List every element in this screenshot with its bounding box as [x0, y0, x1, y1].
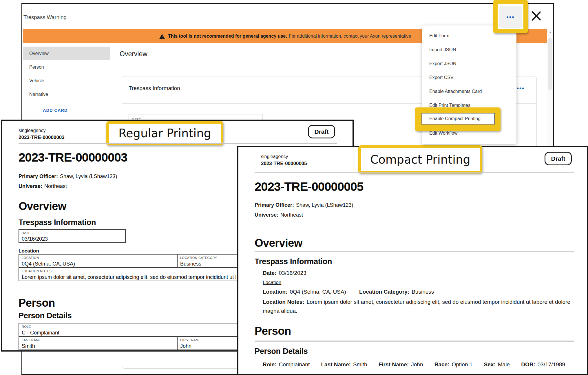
dob-pair: DOB:03/17/1989 — [521, 361, 565, 367]
location-field: LOCATION 0Q4 (Selma, CA, USA) — [19, 254, 178, 268]
section-rule — [255, 341, 574, 342]
primary-officer-label: Primary Officer: — [19, 173, 58, 179]
screenshot-canvas: Trespass Warning This tool is not recomm… — [0, 0, 588, 375]
dialog-title: Trespass Warning — [23, 14, 67, 21]
universe-row: Universe:Northeast — [255, 212, 303, 218]
close-icon[interactable] — [532, 11, 541, 21]
universe-value: Northeast — [280, 212, 303, 218]
overview-section-heading: Overview — [255, 237, 302, 248]
person-details-heading: Person Details — [255, 347, 308, 355]
role-field-label: ROLE — [22, 325, 31, 328]
compact-printing-callout: Compact Printing — [358, 145, 482, 173]
warning-icon — [159, 34, 165, 39]
header-divider — [19, 143, 337, 144]
last-name-field: LAST NAME Smith — [19, 336, 178, 350]
primary-officer-label: Primary Officer: — [255, 202, 294, 208]
agency-name: singleagency — [19, 128, 45, 133]
sidebar-item-narrative[interactable]: Narrative — [23, 87, 110, 101]
location-category-value: Business — [180, 261, 201, 267]
regular-printing-callout: Regular Printing — [106, 121, 223, 145]
location-notes-label: Location Notes: — [263, 299, 304, 305]
location-notes-value: Lorem ipsum dolor sit amet, consectetur … — [263, 299, 570, 314]
regular-printing-callout-label: Regular Printing — [109, 124, 221, 143]
location-field-value: 0Q4 (Selma, CA, USA) — [22, 261, 75, 267]
report-heading: 2023-TRE-00000003 — [19, 151, 127, 164]
more-options-button[interactable]: ••• — [499, 6, 522, 28]
person-details-heading: Person Details — [19, 312, 72, 320]
menu-item-import-json[interactable]: Import JSON — [422, 43, 516, 57]
person-details-row: Role:Complainant Last Name:Smith First N… — [263, 361, 575, 368]
menu-item-export-csv[interactable]: Export CSV — [422, 71, 516, 85]
scrollbar-thumb[interactable] — [548, 38, 552, 90]
case-number: 2023-TRE-00000003 — [19, 135, 65, 140]
last-name-value: Smith — [22, 343, 35, 349]
sex-pair: Sex:Male — [484, 361, 510, 367]
more-button-highlight: ••• — [493, 0, 528, 33]
status-badge: Draft — [545, 152, 572, 165]
page-title: Overview — [120, 50, 147, 58]
last-name-label: LAST NAME — [22, 338, 41, 342]
primary-officer-row: Primary Officer:Shaw, Lyvia (LShaw123) — [19, 173, 117, 180]
sidebar-item-overview[interactable]: Overview — [23, 47, 110, 60]
overview-section-heading: Overview — [19, 201, 66, 212]
menu-item-enable-attachments-card[interactable]: Enable Attachments Card — [422, 85, 516, 98]
primary-officer-row: Primary Officer:Shaw, Lyvia (LShaw123) — [255, 202, 353, 208]
card-title: Trespass Information — [129, 85, 180, 92]
scrollbar-up-icon[interactable]: ▲ — [547, 30, 553, 34]
person-section-heading: Person — [19, 297, 55, 308]
banner-text: For additional information, contact your… — [289, 34, 411, 39]
date-field-value: 03/16/2023 — [22, 236, 48, 242]
primary-officer-value: Shaw, Lyvia (LShaw123) — [296, 202, 353, 208]
location-value: 0Q4 (Selma, CA, USA) — [290, 289, 346, 295]
trespass-info-heading: Trespass Information — [19, 219, 96, 226]
location-category-label: Location Category: — [359, 289, 409, 295]
date-row: Date:03/16/2023 — [263, 270, 306, 276]
sidebar-item-person[interactable]: Person — [23, 60, 110, 74]
location-group-label: Location — [19, 248, 39, 254]
card-more-icon[interactable]: ••• — [517, 85, 525, 92]
universe-label: Universe: — [19, 183, 42, 189]
status-badge: Draft — [308, 125, 335, 138]
location-category-label: LOCATION CATEGORY — [180, 256, 217, 259]
first-name-label: FIRST NAME — [180, 338, 201, 342]
menu-item-export-json[interactable]: Export JSON — [422, 57, 516, 71]
date-field: DATE 03/16/2023 — [19, 229, 126, 243]
enable-compact-printing-highlight: Enable Compact Printing — [415, 107, 501, 131]
banner-bold-text: This tool is not recommended for general… — [168, 34, 287, 39]
location-category-value: Business — [412, 289, 434, 295]
person-section-heading: Person — [255, 325, 291, 336]
report-heading: 2023-TRE-00000005 — [255, 181, 363, 193]
role-pair: Role:Complainant — [263, 361, 310, 367]
first-name-value: John — [180, 343, 191, 349]
more-icon: ••• — [506, 14, 514, 21]
sidebar-item-vehicle[interactable]: Vehicle — [23, 74, 110, 87]
sidebar-list: Overview Person Vehicle Narrative — [23, 47, 110, 101]
universe-value: Northeast — [44, 183, 67, 189]
primary-officer-value: Shaw, Lyvia (LShaw123) — [60, 173, 117, 179]
compact-printing-callout-label: Compact Printing — [361, 148, 480, 171]
date-field-label: DATE — [22, 231, 31, 235]
enable-compact-printing-highlight-item[interactable]: Enable Compact Printing — [421, 113, 495, 125]
date-label: Date: — [263, 270, 277, 276]
add-card-button[interactable]: ADD CARD — [23, 105, 110, 116]
universe-row: Universe:Northeast — [19, 183, 67, 189]
role-field-value: C - Complainant — [22, 330, 59, 336]
location-field-label: LOCATION — [22, 256, 39, 259]
case-number: 2023-TRE-00000005 — [261, 161, 307, 167]
first-name-pair: First Name:John — [379, 361, 423, 367]
compact-printing-preview: singleagency 2023-TRE-00000005 Compact P… — [237, 146, 588, 375]
universe-label: Universe: — [255, 212, 278, 218]
agency-name: singleagency — [261, 154, 288, 159]
location-link: Location — [263, 280, 281, 286]
location-notes-row: Location Notes:Lorem ipsum dolor sit ame… — [263, 297, 576, 315]
location-row: Location:0Q4 (Selma, CA, USA) Location C… — [263, 289, 434, 295]
header-divider — [255, 172, 574, 173]
last-name-pair: Last Name:Smith — [321, 361, 367, 367]
race-pair: Race:Option 1 — [434, 361, 473, 367]
date-value: 03/16/2023 — [279, 270, 306, 276]
location-label: Location: — [263, 289, 288, 295]
section-rule — [255, 251, 574, 252]
trespass-info-heading: Trespass Information — [255, 258, 332, 266]
location-notes-label: LOCATION NOTES — [22, 269, 52, 273]
